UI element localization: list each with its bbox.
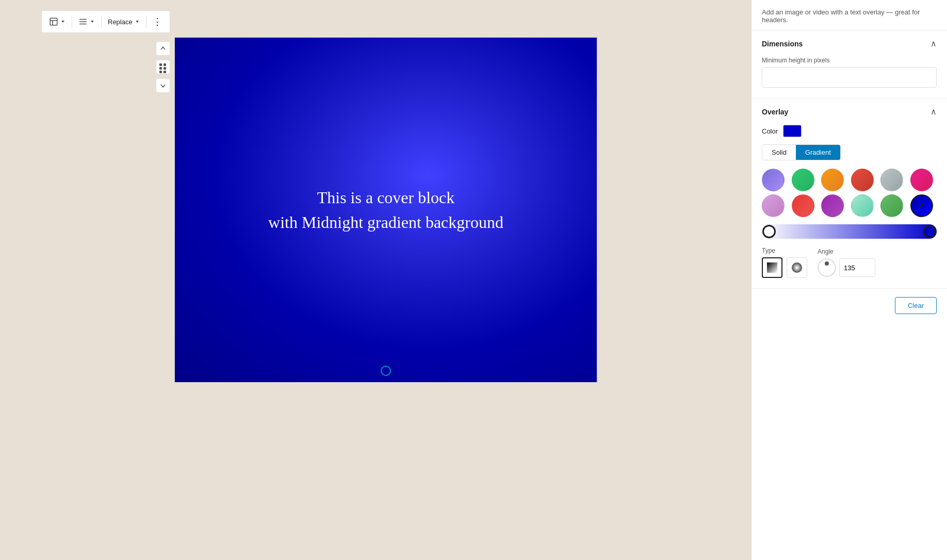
- move-down-button[interactable]: [156, 78, 170, 93]
- gradient-slider-track[interactable]: [762, 224, 937, 239]
- cover-resize-handle[interactable]: [381, 366, 391, 376]
- cover-block: This is a cover block with Midnight grad…: [174, 37, 597, 383]
- color-swatch[interactable]: [783, 125, 802, 137]
- more-options-icon: ⋮: [153, 16, 162, 27]
- gradient-slider-handle-right[interactable]: [923, 225, 936, 238]
- solid-tab[interactable]: Solid: [762, 145, 796, 160]
- radial-gradient-icon: [792, 262, 802, 273]
- drag-icon: [159, 63, 167, 71]
- gradient-swatch-8[interactable]: [792, 194, 814, 217]
- solid-label: Solid: [772, 149, 787, 156]
- gradient-swatches: ✓: [762, 169, 937, 217]
- angle-label: Angle: [818, 248, 875, 255]
- editor-area: Replace ⋮ This is a: [0, 0, 751, 560]
- overlay-section-title: Overlay: [762, 108, 788, 116]
- dimensions-section: Dimensions ∧ Minimum height in pixels: [752, 30, 947, 98]
- gradient-swatch-10[interactable]: [851, 194, 874, 217]
- block-type-button[interactable]: [45, 14, 70, 29]
- sidebar-intro: Add an image or video with a text overla…: [752, 0, 947, 30]
- gradient-slider-handle-left[interactable]: [762, 225, 776, 238]
- type-label: Type: [762, 247, 807, 254]
- angle-number-input[interactable]: [839, 258, 875, 277]
- angle-dot: [825, 261, 829, 266]
- dimensions-section-header[interactable]: Dimensions ∧: [752, 30, 947, 57]
- editor-wrapper: This is a cover block with Midnight grad…: [154, 37, 597, 383]
- gradient-swatch-2[interactable]: [792, 169, 814, 191]
- color-row: Color: [762, 125, 937, 137]
- block-controls: [154, 37, 172, 97]
- drag-handle-button[interactable]: [156, 60, 170, 74]
- gradient-swatch-7[interactable]: [762, 194, 785, 217]
- dimensions-section-body: Minimum height in pixels: [752, 57, 947, 98]
- toolbar-separator-2: [101, 15, 102, 28]
- move-up-button[interactable]: [156, 41, 170, 56]
- type-col: Type: [762, 247, 807, 278]
- angle-input-row: [818, 258, 875, 277]
- more-options-button[interactable]: ⋮: [149, 13, 167, 30]
- gradient-swatch-4[interactable]: [851, 169, 874, 191]
- swatch-checkmark: ✓: [911, 195, 932, 216]
- replace-button[interactable]: Replace: [104, 15, 144, 29]
- solid-gradient-toggle: Solid Gradient: [762, 144, 841, 160]
- gradient-swatch-1[interactable]: [762, 169, 785, 191]
- gradient-swatch-12[interactable]: ✓: [910, 194, 933, 217]
- type-angle-row: Type Angle: [762, 247, 937, 278]
- gradient-swatch-9[interactable]: [821, 194, 844, 217]
- angle-col: Angle: [818, 248, 875, 277]
- svg-rect-0: [50, 18, 57, 25]
- sidebar-intro-text: Add an image or video with a text overla…: [762, 8, 920, 24]
- gradient-tab[interactable]: Gradient: [796, 145, 840, 160]
- replace-label: Replace: [108, 18, 133, 26]
- clear-label: Clear: [908, 302, 924, 309]
- toolbar-separator: [72, 15, 72, 28]
- block-toolbar: Replace ⋮: [41, 10, 170, 33]
- cover-text-line2: with Midnight gradient background: [268, 213, 503, 232]
- overlay-section: Overlay ∧ Color Solid Gradient ✓: [752, 98, 947, 289]
- color-label: Color: [762, 127, 778, 135]
- min-height-label: Minimum height in pixels: [762, 57, 937, 64]
- cover-block-text[interactable]: This is a cover block with Midnight grad…: [258, 175, 514, 245]
- toolbar-separator-3: [146, 15, 146, 28]
- gradient-swatch-11[interactable]: [880, 194, 903, 217]
- gradient-swatch-3[interactable]: [821, 169, 844, 191]
- overlay-chevron-icon: ∧: [930, 107, 937, 117]
- alignment-button[interactable]: [74, 14, 99, 29]
- type-radial-button[interactable]: [787, 257, 807, 278]
- angle-circle-control[interactable]: [818, 258, 836, 277]
- dimensions-chevron-icon: ∧: [930, 39, 937, 48]
- overlay-section-body: Color Solid Gradient ✓: [752, 125, 947, 288]
- clear-button-row: Clear: [752, 289, 947, 322]
- sidebar: Add an image or video with a text overla…: [751, 0, 947, 560]
- type-linear-button[interactable]: [762, 257, 782, 278]
- dimensions-section-title: Dimensions: [762, 40, 803, 48]
- gradient-slider: [762, 224, 937, 239]
- type-buttons: [762, 257, 807, 278]
- overlay-section-header[interactable]: Overlay ∧: [752, 98, 947, 125]
- clear-button[interactable]: Clear: [895, 297, 937, 314]
- min-height-input[interactable]: [762, 67, 937, 88]
- gradient-label: Gradient: [805, 149, 831, 156]
- cover-text-line1: This is a cover block: [317, 188, 455, 207]
- gradient-swatch-5[interactable]: [880, 169, 903, 191]
- gradient-swatch-6[interactable]: [910, 169, 933, 191]
- linear-gradient-icon: [767, 262, 777, 273]
